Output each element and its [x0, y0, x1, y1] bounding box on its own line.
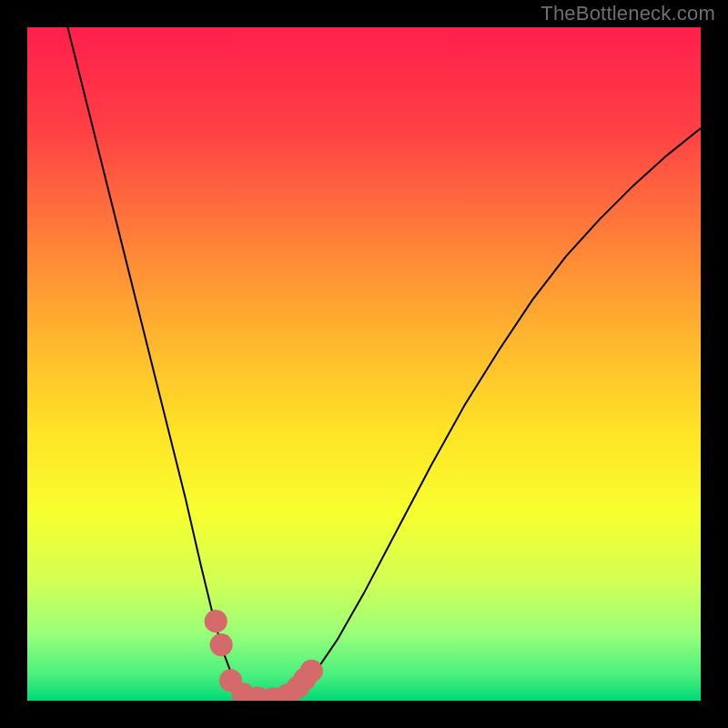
plot-area	[27, 27, 701, 701]
marker-dot	[210, 633, 233, 656]
watermark-text: TheBottleneck.com	[541, 2, 715, 25]
chart-frame: TheBottleneck.com	[0, 0, 728, 728]
bottleneck-chart	[27, 27, 701, 701]
marker-dot	[300, 660, 323, 682]
marker-dot	[205, 610, 228, 632]
gradient-background	[27, 27, 701, 701]
